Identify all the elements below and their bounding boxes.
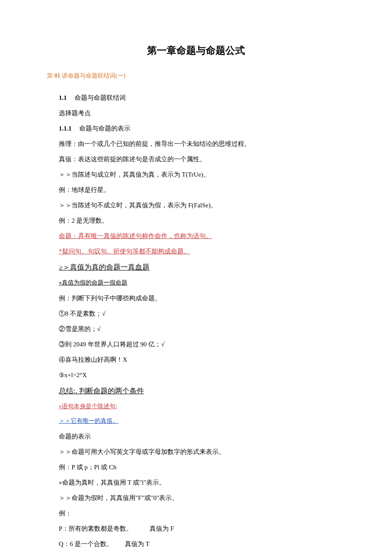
row-q-val: 真值为 T <box>125 540 150 547</box>
page-title: 第一章命题与命题公式 <box>47 43 345 58</box>
item-1: ①8 不是素数；√ <box>59 308 345 319</box>
p-reasoning: 推理：由一个或几个已知的前提，推导出一个未知结论的思维过程。 <box>59 139 345 149</box>
item-4: ④喜马拉雅山好高啊！X <box>59 355 345 365</box>
h-false-prop: »真值为假的命题一假命题 <box>59 278 345 288</box>
row-q: Q：6 是一个合数。真值为 T <box>59 539 345 549</box>
lecture-suffix: 讲命题与命题联结词(一) <box>61 73 126 79</box>
p-ex-two: 例：2 是无理数。 <box>59 215 345 226</box>
section-1-1-1: 1.1.1命题与命题的表示 <box>59 123 345 134</box>
row-p-val: 真值为 F <box>150 525 174 532</box>
row-p-stmt: P：所有的素数都是奇数。 <box>59 525 133 532</box>
sec-num-1-1: 1.1 <box>59 94 67 101</box>
lecture-prefix: 第 <box>47 73 55 79</box>
content-body: 1.1命题与命题联结词 选择题考点 1.1.1命题与命题的表示 推理：由一个或几… <box>47 93 345 555</box>
p-rep-false: ＞＞命题为假时，其真值用"F"或"0"表示。 <box>59 493 345 503</box>
sec-text-1-1: 命题与命题联结词 <box>75 94 126 101</box>
h-summary: 总结:. 判断命题的两个条件 <box>59 385 345 397</box>
p-proposition-def: 命题：具有唯一真值的陈述句称作命作，也称为语句。 <box>59 231 345 241</box>
item-3: ③到 2049 年世界人口将超过 90 亿；√ <box>59 339 345 349</box>
p-rep-true: »命题为真时，其真值用 T 或"l"表示。 <box>59 477 345 488</box>
p-true-def: ＞＞当陈述句成立时，其真值为真，表示为 T(TrUe)。 <box>59 169 345 180</box>
sec-text-1-1-1: 命题与命题的表示 <box>79 125 130 132</box>
lecture-num: 01 <box>55 73 61 79</box>
p-rep-example: 例：P 或 p；Pl 或 Ch <box>59 462 345 472</box>
row-p: P：所有的素数都是奇数。真值为 F <box>59 523 345 534</box>
row-q-stmt: Q：6 是一个合数。 <box>59 540 113 547</box>
h-true-prop: ≥＞真值为真的命题一真血题 <box>59 262 345 273</box>
item-5: ⑤x+l=2°X <box>59 370 345 380</box>
note-exam-point: 选择题考点 <box>59 108 345 118</box>
p-example-judge: 例：判断下列句子中哪些构成命题。 <box>59 293 345 303</box>
p-rep-letters: ＞＞命题可用大小写英文字母或字母加数字的形式来表示。 <box>59 447 345 457</box>
p-example-label: 例： <box>59 508 345 518</box>
sec-num-1-1-1: 1.1.1 <box>59 125 72 132</box>
cond-1: »语句本身是个陈述句; <box>59 402 345 411</box>
p-non-proposition: *疑问句、句叹句、祈使句等都不能构成命题。 <box>59 246 345 256</box>
p-truth-value: 真值：表达这些前提的陈述句是否成立的一个属性。 <box>59 154 345 164</box>
p-false-def: ＞＞当陈述句不成立时，其真值为假，表示为 F(FalSe)。 <box>59 200 345 210</box>
section-1-1: 1.1命题与命题联结词 <box>59 93 345 103</box>
cond-2: ＞＞它有唯一的真值。 <box>59 416 345 426</box>
item-2: ②雪是黑的；√ <box>59 324 345 334</box>
h-representation: 命题的表示 <box>59 431 345 442</box>
lecture-heading: 第 01 讲命题与命题联结词(一) <box>47 71 345 81</box>
p-ex-earth: 例：地球是行星。 <box>59 185 345 195</box>
